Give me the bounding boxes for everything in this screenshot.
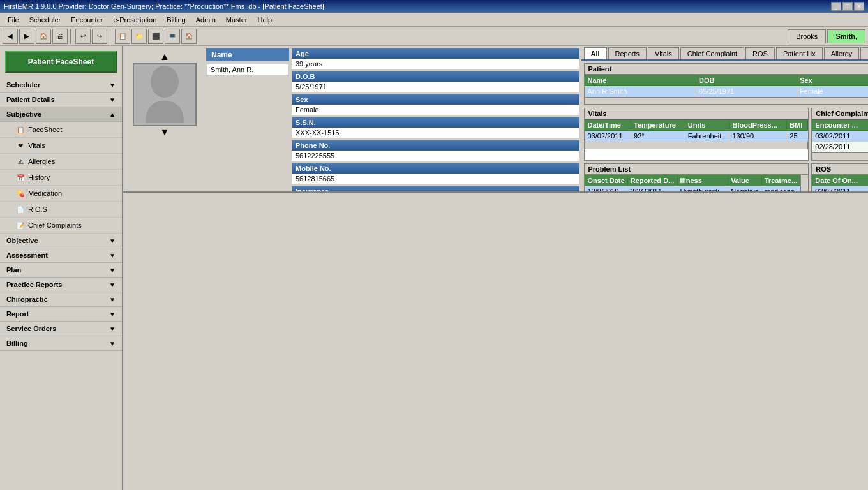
chevron-down-icon: ▼: [109, 340, 116, 347]
patient-facesheet-button[interactable]: Patient FaceSheet: [5, 51, 117, 73]
tab-ros[interactable]: ROS: [745, 47, 775, 59]
toolbar: ◀ ▶ 🏠 🖨 ↩ ↪ 📋 📁 ⬛ 💻 🏠 Brooks Smith,: [0, 27, 868, 46]
toolbar-folder[interactable]: 📁: [131, 29, 147, 44]
patient-section-title: Patient: [585, 64, 869, 75]
tab-vitals[interactable]: Vitals: [648, 47, 679, 59]
table-row[interactable]: Ann R Smith 05/25/1971 Female 00018 2714…: [585, 86, 868, 97]
sidebar-item-label: Service Orders: [6, 325, 56, 332]
tab-patient-hx[interactable]: Patient Hx: [776, 47, 823, 59]
table-row[interactable]: 03/07/2011 Skin rashes Denes: [812, 186, 868, 192]
sidebar-sub-chief-complaints[interactable]: 📝 Chief Complaints: [0, 218, 122, 234]
close-button[interactable]: ✕: [854, 2, 864, 11]
chevron-down-icon: ▼: [109, 267, 116, 274]
menu-scheduler[interactable]: Scheduler: [24, 15, 66, 25]
sidebar-sub-facesheet[interactable]: 📋 FaceSheet: [0, 122, 122, 138]
user-tab-smith[interactable]: Smith,: [827, 29, 865, 43]
content-area: ▲ ▼ Name Smith, Ann R. Age 39 years: [123, 46, 868, 490]
sidebar-item-scheduler[interactable]: Scheduler ▼: [0, 78, 122, 93]
sidebar-item-practice-reports[interactable]: Practice Reports ▼: [0, 278, 122, 292]
sidebar-item-patient-details[interactable]: Patient Details ▼: [0, 93, 122, 107]
age-label: Age: [292, 48, 579, 59]
toolbar-home2[interactable]: 🏠: [181, 29, 197, 44]
sidebar-item-chiropractic[interactable]: Chiropractic ▼: [0, 292, 122, 307]
table-row[interactable]: 03/02/2011 Breast Lump General Exam: [812, 131, 868, 142]
chief-complaints-section: Chief Complaints Encounter ... Chief Com…: [811, 108, 868, 161]
sidebar-sub-allergies[interactable]: ⚠ Allergies: [0, 154, 122, 170]
toolbar-computer[interactable]: 💻: [165, 29, 180, 44]
menu-master[interactable]: Master: [221, 15, 253, 25]
mobile-section: Mobile No. 5612815665: [292, 163, 579, 184]
toolbar-back[interactable]: ◀: [3, 29, 18, 44]
ssn-section: S.S.N. XXX-XX-1515: [292, 117, 579, 138]
window-controls[interactable]: _ □ ✕: [831, 2, 864, 11]
history-icon: 📅: [15, 172, 26, 182]
mobile-label: Mobile No.: [292, 163, 579, 174]
ssn-label: S.S.N.: [292, 117, 579, 128]
scroll-down-arrow[interactable]: ▼: [160, 126, 170, 138]
chevron-up-icon: ▲: [109, 111, 116, 118]
problem-list-title: Problem List: [585, 164, 809, 175]
sidebar-item-plan[interactable]: Plan ▼: [0, 263, 122, 278]
patient-photo: [133, 63, 197, 126]
vitals-icon: ❤: [15, 140, 26, 151]
table-row[interactable]: 02/28/2011 rapid pulse Follow-Up Vi...: [812, 142, 868, 152]
table-row[interactable]: 12/9/2010 2/24/2011 Hypothyroidi... Nega…: [585, 186, 800, 192]
cell-treatment: medicatio: [761, 186, 800, 192]
patient-name-value: Smith, Ann R.: [206, 64, 289, 75]
age-section: Age 39 years: [292, 48, 579, 69]
patient-panel: ▲ ▼ Name Smith, Ann R. Age 39 years: [123, 46, 868, 193]
tab-reports[interactable]: Reports: [608, 47, 647, 59]
patient-name-banner: Name: [206, 48, 289, 61]
chevron-down-icon: ▼: [109, 237, 116, 244]
sidebar-item-report[interactable]: Report ▼: [0, 307, 122, 322]
menu-eprescription[interactable]: e-Prescription: [108, 15, 161, 25]
phone-label: Phone No.: [292, 140, 579, 151]
vitals-title: Vitals: [585, 108, 809, 119]
toolbar-print[interactable]: 🖨: [52, 29, 68, 44]
toolbar-forward[interactable]: ▶: [19, 29, 34, 44]
sidebar-sub-medication[interactable]: 💊 Medication: [0, 186, 122, 202]
toolbar-clipboard[interactable]: 📋: [115, 29, 130, 44]
col-bp: BloodPress...: [730, 120, 787, 131]
table-row[interactable]: 03/02/2011 92° Fahrenheit 130/90 25: [585, 131, 808, 142]
sidebar-item-subjective[interactable]: Subjective ▲: [0, 107, 122, 122]
sidebar-sub-vitals[interactable]: ❤ Vitals: [0, 138, 122, 154]
tab-medication[interactable]: Medication: [860, 47, 868, 59]
facesheet-icon: 📋: [15, 124, 26, 135]
horizontal-scrollbar[interactable]: [812, 152, 868, 160]
user-tab-brooks[interactable]: Brooks: [788, 29, 826, 43]
maximize-button[interactable]: □: [842, 2, 853, 11]
tab-allergy[interactable]: Allergy: [824, 47, 860, 59]
right-content: All Reports Vitals Chief Complaint ROS P…: [581, 46, 869, 191]
col-encounter: Encounter ...: [812, 120, 868, 131]
toolbar-undo[interactable]: ↩: [75, 29, 91, 44]
sidebar-item-billing[interactable]: Billing ▼: [0, 336, 122, 351]
menu-admin[interactable]: Admin: [191, 15, 221, 25]
tab-all[interactable]: All: [584, 47, 607, 59]
horizontal-scrollbar[interactable]: [585, 97, 869, 105]
toolbar-square[interactable]: ⬛: [148, 29, 163, 44]
cell-datetime: 03/02/2011: [585, 131, 631, 142]
chevron-down-icon: ▼: [109, 325, 116, 332]
sidebar-sub-ros[interactable]: 📄 R.O.S: [0, 202, 122, 218]
menu-encounter[interactable]: Encounter: [66, 15, 108, 25]
sidebar-item-objective[interactable]: Objective ▼: [0, 234, 122, 248]
sex-value: Female: [292, 105, 579, 115]
horizontal-scrollbar[interactable]: [585, 142, 809, 149]
sidebar-item-assessment[interactable]: Assessment ▼: [0, 248, 122, 263]
cell-value: Negative: [728, 186, 762, 192]
sidebar-sub-label: Chief Complaints: [28, 221, 82, 229]
minimize-button[interactable]: _: [831, 2, 841, 11]
menu-help[interactable]: Help: [252, 15, 277, 25]
patient-section: Patient Name DOB Sex MRN Address: [584, 63, 869, 105]
menu-billing[interactable]: Billing: [161, 15, 190, 25]
vertical-scrollbar[interactable]: [800, 175, 808, 191]
sidebar-item-service-orders[interactable]: Service Orders ▼: [0, 322, 122, 336]
toolbar-redo[interactable]: ↪: [92, 29, 107, 44]
cell-temp: 92°: [631, 131, 685, 142]
scroll-up-arrow[interactable]: ▲: [160, 51, 170, 63]
sidebar-sub-history[interactable]: 📅 History: [0, 170, 122, 186]
menu-file[interactable]: File: [3, 15, 24, 25]
tab-chief-complaint[interactable]: Chief Complaint: [680, 47, 744, 59]
toolbar-home[interactable]: 🏠: [36, 29, 51, 44]
